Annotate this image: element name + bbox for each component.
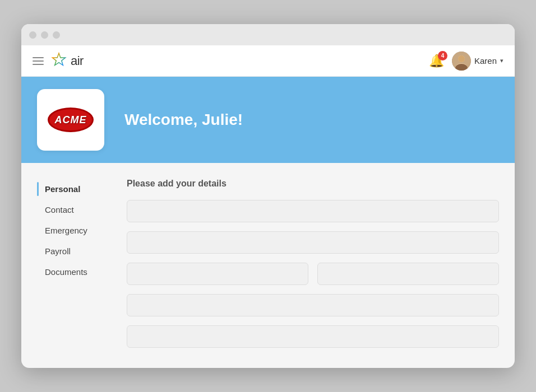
acme-logo-text: ACME <box>55 114 87 126</box>
notification-bell[interactable]: 🔔 4 <box>429 54 444 68</box>
star-logo-icon <box>50 52 67 71</box>
app-window: air 🔔 4 Karen ▾ <box>21 24 515 368</box>
sidebar-item-payroll[interactable]: Payroll <box>37 241 127 262</box>
sidebar-item-personal[interactable]: Personal <box>37 179 127 199</box>
svg-point-4 <box>458 55 465 62</box>
sidebar: Personal Contact Emergency Payroll Docum… <box>37 179 127 348</box>
notification-badge: 4 <box>438 51 447 60</box>
main-content: ACME Welcome, Julie! Personal Contact Em… <box>21 77 515 368</box>
traffic-light-minimize[interactable] <box>41 31 48 39</box>
user-menu[interactable]: Karen ▾ <box>452 52 503 71</box>
form-subtitle: Please add your details <box>127 179 499 189</box>
body-area: Personal Contact Emergency Payroll Docum… <box>21 163 515 368</box>
hamburger-menu-icon[interactable] <box>33 57 44 65</box>
sidebar-item-documents[interactable]: Documents <box>37 262 127 282</box>
acme-logo: ACME <box>48 108 94 132</box>
form-row-3 <box>127 263 499 285</box>
avatar <box>452 52 471 71</box>
logo-area: air <box>50 52 84 71</box>
form-area: Please add your details <box>127 179 499 348</box>
user-name-label: Karen <box>474 56 497 66</box>
form-field-4[interactable] <box>127 294 499 316</box>
title-bar <box>21 24 515 45</box>
company-logo-box: ACME <box>37 89 104 151</box>
welcome-banner: ACME Welcome, Julie! <box>21 77 515 163</box>
form-field-3a[interactable] <box>127 263 308 285</box>
sidebar-item-contact[interactable]: Contact <box>37 199 127 220</box>
form-field-3b[interactable] <box>317 263 499 285</box>
nav-left: air <box>33 52 84 71</box>
traffic-light-maximize[interactable] <box>53 31 60 39</box>
form-field-2[interactable] <box>127 231 499 254</box>
logo-text: air <box>71 54 84 68</box>
sidebar-item-emergency[interactable]: Emergency <box>37 220 127 241</box>
form-field-1[interactable] <box>127 200 499 222</box>
form-field-5[interactable] <box>127 325 499 348</box>
traffic-light-close[interactable] <box>29 31 36 39</box>
nav-right: 🔔 4 Karen ▾ <box>429 52 503 71</box>
chevron-down-icon: ▾ <box>500 57 503 64</box>
top-nav: air 🔔 4 Karen ▾ <box>21 45 515 77</box>
svg-marker-0 <box>53 53 66 66</box>
welcome-greeting: Welcome, Julie! <box>124 111 243 129</box>
